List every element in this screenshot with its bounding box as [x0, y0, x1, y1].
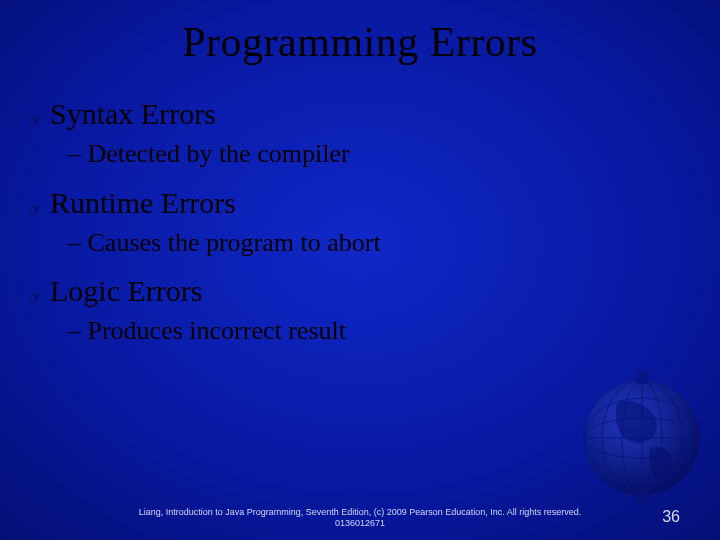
bullet-item: ☞ Runtime Errors	[28, 185, 692, 221]
sub-bullet-text: – Produces incorrect result	[68, 316, 346, 345]
sub-bullet-text: – Detected by the compiler	[68, 139, 350, 168]
footer-text: Liang, Introduction to Java Programming,…	[120, 507, 600, 530]
bullet-label: Syntax Errors	[50, 96, 216, 132]
bullet-label: Logic Errors	[50, 273, 202, 309]
footer: Liang, Introduction to Java Programming,…	[0, 507, 720, 530]
slide-body: ☞ Syntax Errors – Detected by the compil…	[0, 66, 720, 348]
globe-icon	[572, 368, 712, 508]
sub-bullet-text: – Causes the program to abort	[68, 228, 381, 257]
sub-bullet: – Detected by the compiler	[28, 138, 692, 171]
bullet-item: ☞ Logic Errors	[28, 273, 692, 309]
bullet-label: Runtime Errors	[50, 185, 236, 221]
sub-bullet: – Causes the program to abort	[28, 227, 692, 260]
svg-rect-8	[636, 492, 648, 506]
pointer-icon: ☞	[28, 111, 50, 130]
pointer-icon: ☞	[28, 288, 50, 307]
slide-title: Programming Errors	[0, 0, 720, 66]
page-number: 36	[662, 508, 680, 526]
pointer-icon: ☞	[28, 200, 50, 219]
bullet-item: ☞ Syntax Errors	[28, 96, 692, 132]
svg-rect-7	[636, 370, 648, 384]
sub-bullet: – Produces incorrect result	[28, 315, 692, 348]
